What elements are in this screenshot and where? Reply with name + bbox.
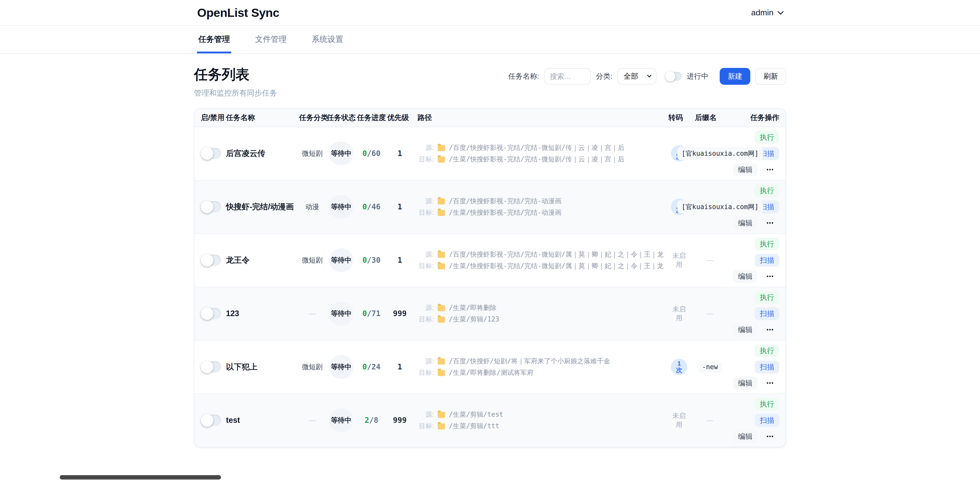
- category-select[interactable]: 全部: [617, 68, 656, 85]
- refresh-button[interactable]: 刷新: [756, 68, 786, 85]
- source-path: /百度/快搜虾影视-完结/完结-微短剧/传｜云｜凌｜宫｜后: [449, 143, 624, 153]
- more-actions-button[interactable]: ⋯: [761, 323, 779, 336]
- status-cell: 等待中: [327, 355, 356, 379]
- user-menu[interactable]: admin: [751, 8, 783, 18]
- more-actions-button[interactable]: ⋯: [761, 430, 779, 443]
- target-label: 目标:: [417, 261, 434, 271]
- folder-icon: [438, 370, 445, 376]
- status-badge: 等待中: [329, 408, 353, 432]
- source-path: /生菜/即将删除: [449, 303, 496, 313]
- path-cell: 源: /百度/快搜虾影视-完结/完结-动漫画 目标: /生菜/快搜虾影视-完结/…: [414, 196, 667, 217]
- table-row: 123 — 等待中 0/71 999 源: /生菜/即将删除 目标: /生菜/剪…: [194, 287, 786, 341]
- status-cell: 等待中: [327, 248, 356, 272]
- toggle-cell: [201, 148, 225, 159]
- run-button[interactable]: 执行: [755, 238, 779, 251]
- toggle-cell: [201, 201, 225, 212]
- edit-button[interactable]: 编辑: [733, 217, 757, 230]
- source-path: /百度/快搜虾/短剧/将｜军府来了个小厨娘之落难千金: [449, 356, 610, 366]
- source-label: 源:: [417, 196, 434, 206]
- app-logo: OpenList Sync: [197, 6, 279, 20]
- task-priority: 1: [387, 203, 412, 211]
- col-category: 任务分类: [299, 109, 326, 126]
- path-cell: 源: /百度/快搜虾影视-完结/完结-微短剧/属｜莫｜卿｜妃｜之｜令｜王｜龙 目…: [414, 250, 667, 271]
- target-label: 目标:: [417, 314, 434, 324]
- new-task-button[interactable]: 新建: [720, 68, 750, 85]
- folder-icon: [438, 252, 445, 258]
- suffix-dash: —: [706, 309, 713, 317]
- edit-button[interactable]: 编辑: [733, 163, 757, 176]
- run-button[interactable]: 执行: [755, 291, 779, 304]
- toggle-cell: [201, 415, 225, 426]
- enable-toggle[interactable]: [201, 361, 221, 373]
- scan-button[interactable]: 扫描: [755, 414, 779, 427]
- run-button[interactable]: 执行: [755, 398, 779, 411]
- suffix-cell: [官kuaisouxia.com网]: [691, 146, 729, 161]
- col-name: 任务名称: [226, 109, 298, 126]
- task-name: 后宫凌云传: [226, 148, 298, 159]
- folder-icon: [438, 359, 445, 365]
- horizontal-scrollbar-thumb[interactable]: [60, 475, 221, 480]
- suffix-cell: —: [691, 413, 729, 428]
- progress-separator: /: [369, 416, 374, 424]
- status-cell: 等待中: [327, 195, 356, 219]
- more-actions-button[interactable]: ⋯: [761, 376, 779, 390]
- more-actions-button[interactable]: ⋯: [761, 163, 779, 176]
- enable-toggle[interactable]: [201, 201, 221, 212]
- target-path-line: 目标: /生菜/剪辑/ttt: [417, 421, 667, 431]
- edit-button[interactable]: 编辑: [733, 323, 757, 336]
- enable-toggle[interactable]: [201, 148, 221, 159]
- task-name-filter-label: 任务名称:: [508, 72, 539, 81]
- target-path: /生菜/快搜虾影视-完结/完结-微短剧/传｜云｜凌｜宫｜后: [449, 155, 624, 164]
- edit-button[interactable]: 编辑: [733, 376, 757, 390]
- edit-button[interactable]: 编辑: [733, 430, 757, 443]
- more-actions-button[interactable]: ⋯: [761, 217, 779, 230]
- tab-file-management[interactable]: 文件管理: [254, 26, 288, 53]
- edit-button[interactable]: 编辑: [733, 270, 757, 283]
- tab-system-settings[interactable]: 系统设置: [310, 26, 344, 53]
- transcode-disabled: 未启用: [671, 411, 687, 429]
- col-enable: 启/禁用: [201, 109, 225, 126]
- progress-separator: /: [367, 256, 372, 265]
- run-button[interactable]: 执行: [755, 184, 779, 197]
- running-only-toggle[interactable]: [665, 72, 682, 81]
- enable-toggle[interactable]: [201, 255, 221, 266]
- actions-cell: 执行 扫描 编辑 ⋯: [730, 341, 780, 394]
- progress-separator: /: [367, 362, 372, 371]
- progress-done: 0: [363, 256, 367, 265]
- progress-total: 30: [372, 256, 381, 265]
- content-area: 任务列表 管理和监控所有同步任务 任务名称: 分类: 全部 进行中 新建 刷新: [194, 54, 786, 447]
- target-path-line: 目标: /生菜/快搜虾影视-完结/完结-微短剧/传｜云｜凌｜宫｜后: [417, 155, 667, 164]
- task-name: 以下犯上: [226, 362, 298, 372]
- run-button[interactable]: 执行: [755, 131, 779, 144]
- enable-toggle[interactable]: [201, 415, 221, 426]
- task-progress: 0/30: [357, 256, 386, 265]
- enable-toggle[interactable]: [201, 308, 221, 319]
- folder-icon: [438, 412, 445, 418]
- target-path: /生菜/剪辑/123: [449, 314, 499, 324]
- suffix-cell: —: [691, 306, 729, 321]
- run-button[interactable]: 执行: [755, 344, 779, 357]
- scan-button[interactable]: 扫描: [755, 307, 779, 320]
- more-actions-button[interactable]: ⋯: [761, 270, 779, 283]
- table-row: test — 等待中 2/8 999 源: /生菜/剪辑/test 目标: /生…: [194, 394, 786, 447]
- tab-task-management[interactable]: 任务管理: [197, 26, 231, 53]
- scan-button[interactable]: 扫描: [755, 360, 779, 373]
- toggle-cell: [201, 255, 225, 266]
- target-label: 目标:: [417, 155, 434, 164]
- transcode-cell: 未启用: [668, 305, 690, 322]
- task-progress: 0/60: [357, 149, 386, 158]
- scan-button[interactable]: 扫描: [755, 254, 779, 267]
- path-cell: 源: /生菜/剪辑/test 目标: /生菜/剪辑/ttt: [414, 410, 667, 431]
- task-category: 微短剧: [299, 255, 326, 265]
- transcode-disabled: 未启用: [671, 251, 687, 269]
- source-path-line: 源: /百度/快搜虾影视-完结/完结-动漫画: [417, 196, 667, 206]
- col-path: 路径: [414, 109, 667, 126]
- search-input[interactable]: [544, 68, 591, 85]
- toggle-cell: [201, 308, 225, 319]
- suffix-chip: [官kuaisouxia.com网]: [677, 147, 763, 160]
- category-filter-label: 分类:: [596, 72, 612, 81]
- user-name: admin: [751, 8, 773, 18]
- source-path-line: 源: /生菜/剪辑/test: [417, 410, 667, 419]
- source-path: /生菜/剪辑/test: [449, 410, 503, 419]
- task-priority: 999: [387, 416, 412, 424]
